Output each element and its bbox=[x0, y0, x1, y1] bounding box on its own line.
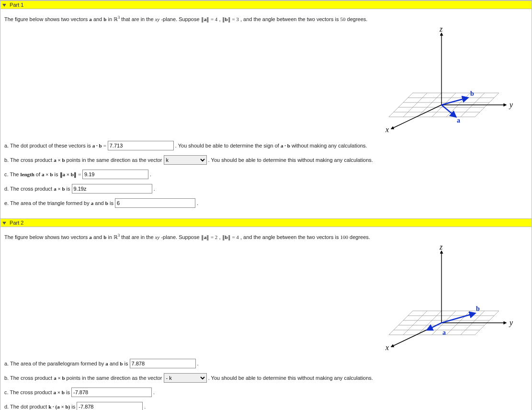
part2-header[interactable]: Part 2 bbox=[0, 218, 532, 227]
part1-qd: d. The cross product a × b is . bbox=[4, 184, 528, 194]
text: points in the same direction as the vect… bbox=[67, 375, 164, 381]
text: -plane. Suppose bbox=[161, 234, 201, 240]
k-dot-axb: k · (a × b) bbox=[48, 404, 70, 410]
vector-b: b bbox=[103, 234, 106, 240]
text: b. The cross product bbox=[4, 157, 54, 163]
vector-b: b bbox=[103, 16, 106, 22]
part1-figure: a b x y z bbox=[355, 26, 518, 136]
a-dot-b: a · b bbox=[281, 143, 290, 148]
vector-b-label: b bbox=[476, 305, 480, 312]
text: points in the same direction as the vect… bbox=[67, 157, 164, 163]
real-symbol: ℝ bbox=[113, 234, 118, 240]
angle-value: 50 bbox=[340, 16, 345, 22]
svg-line-8 bbox=[418, 93, 441, 117]
length-word: length bbox=[20, 171, 34, 177]
z-label: z bbox=[439, 244, 443, 251]
part1-body: The figure below shows two vectors a and… bbox=[0, 9, 532, 218]
equals: = bbox=[103, 143, 108, 148]
vector-a: a bbox=[105, 361, 108, 366]
text: . bbox=[144, 404, 146, 410]
page: Part 1 The figure below shows two vector… bbox=[0, 0, 532, 410]
text: is bbox=[55, 171, 60, 177]
text: c. The cross product bbox=[4, 389, 54, 395]
vector-b-arrow bbox=[441, 313, 475, 323]
real-symbol: ℝ bbox=[113, 16, 118, 22]
collapse-icon bbox=[2, 4, 6, 7]
p2d-input[interactable] bbox=[77, 402, 143, 410]
p2a-input[interactable] bbox=[130, 359, 196, 368]
y-label: y bbox=[509, 319, 513, 327]
text: and bbox=[110, 361, 120, 366]
a-cross-b: a × b bbox=[54, 186, 65, 192]
svg-line-6 bbox=[389, 93, 413, 117]
p2c-input[interactable] bbox=[71, 387, 152, 397]
a-dot-b: a · b bbox=[92, 143, 102, 148]
norm-close: ‖ = 4 bbox=[228, 234, 239, 240]
part1-figure-container: a b x y z bbox=[4, 26, 528, 136]
norm-close: ‖ = 4 bbox=[206, 16, 217, 22]
angle-value: 100 bbox=[340, 234, 348, 240]
text: a. The area of the parallelogram formed … bbox=[4, 361, 105, 366]
p1a-input[interactable] bbox=[108, 141, 174, 150]
vector-a-arrow bbox=[441, 105, 456, 117]
part1-header[interactable]: Part 1 bbox=[0, 0, 532, 9]
text: . bbox=[150, 171, 151, 177]
text: d. The cross product bbox=[4, 186, 54, 192]
text: in bbox=[108, 234, 113, 240]
xy-plane: xy bbox=[155, 234, 160, 240]
equals: = bbox=[78, 171, 82, 177]
text: . You should be able to determine this w… bbox=[208, 375, 373, 381]
text: and bbox=[93, 16, 103, 22]
part1-title: Part 1 bbox=[10, 2, 23, 8]
vector-a-label: a bbox=[442, 329, 446, 336]
text: . bbox=[154, 186, 155, 192]
norm-close: ‖ = 3 bbox=[228, 16, 239, 22]
vector-a: a bbox=[89, 234, 92, 240]
p1b-select[interactable]: k bbox=[164, 155, 207, 165]
text: that are in the bbox=[121, 234, 155, 240]
norm-close: ‖ = 2 bbox=[206, 234, 217, 240]
text: e. The area of the triangle formed by bbox=[4, 200, 91, 206]
exponent: 3 bbox=[118, 15, 120, 20]
text: without making any calculations. bbox=[292, 143, 367, 148]
text: is bbox=[71, 404, 77, 410]
part1-qa: a. The dot product of these vectors is a… bbox=[4, 141, 528, 150]
text: is bbox=[125, 361, 130, 366]
p1e-input[interactable] bbox=[115, 198, 195, 208]
text: , and the angle between the two vectors … bbox=[240, 234, 340, 240]
a-cross-b: a × b bbox=[54, 375, 65, 381]
text: degrees. bbox=[347, 16, 368, 22]
text: . You should be able to determine the si… bbox=[175, 143, 281, 148]
text: a. The dot product of these vectors is bbox=[4, 143, 92, 148]
p2b-select[interactable]: - k bbox=[164, 373, 207, 383]
p1c-input[interactable] bbox=[82, 170, 148, 179]
svg-line-21 bbox=[418, 311, 441, 335]
text: in bbox=[108, 16, 113, 22]
exponent: 3 bbox=[118, 233, 120, 238]
norm-axb: ‖a × b‖ bbox=[60, 171, 77, 177]
text: , and the angle between the two vectors … bbox=[240, 16, 340, 22]
part2-qd: d. The dot product k · (a × b) is . bbox=[4, 402, 528, 410]
collapse-icon bbox=[2, 222, 6, 225]
part2-figure-container: a b x y z bbox=[4, 244, 528, 354]
x-label: x bbox=[385, 343, 389, 352]
part1-qb: b. The cross product a × b points in the… bbox=[4, 155, 528, 165]
text: The figure below shows two vectors bbox=[4, 16, 89, 22]
a-cross-b: a × b bbox=[54, 157, 65, 163]
text: . bbox=[153, 389, 155, 395]
text: degrees. bbox=[350, 234, 370, 240]
y-label: y bbox=[509, 101, 513, 109]
text: -plane. Suppose bbox=[161, 16, 201, 22]
xy-plane: xy bbox=[155, 16, 160, 22]
text: and bbox=[93, 234, 103, 240]
x-label: x bbox=[385, 125, 389, 134]
part2-body: The figure below shows two vectors a and… bbox=[0, 227, 532, 410]
vector-a-arrow bbox=[427, 323, 441, 330]
text: d. The dot product bbox=[4, 404, 48, 410]
text: The figure below shows two vectors bbox=[4, 234, 89, 240]
z-label: z bbox=[439, 26, 443, 33]
part2-figure: a b x y z bbox=[355, 244, 518, 354]
p1d-input[interactable] bbox=[72, 184, 152, 194]
text: c. The bbox=[4, 171, 20, 177]
vector-b: b bbox=[105, 200, 108, 206]
